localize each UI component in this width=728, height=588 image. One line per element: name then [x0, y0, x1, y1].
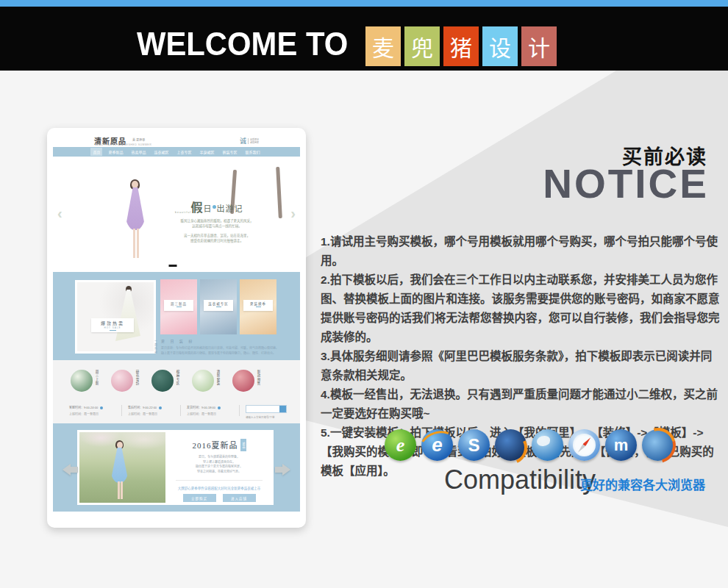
brand-block-2: 兜	[404, 26, 440, 66]
carousel-dot	[179, 265, 185, 267]
tpl-nav-item: 夏季新品	[106, 148, 125, 156]
category-image	[71, 370, 93, 392]
tpl-seal-lines: 品质保证 诚信商家	[248, 138, 259, 144]
flower-dot-icon	[213, 205, 216, 209]
brand-block-5: 计	[521, 26, 557, 66]
label-text: 周三新品	[164, 301, 193, 306]
template-preview: 清新原品 美·夏原单 BEAUTIFUL IN REFRESHED SUMMER…	[53, 134, 300, 522]
tpl-nav-item: 连衣裙区	[151, 148, 171, 156]
hero-title-char: 日	[204, 202, 212, 214]
shop-button: 进入店铺	[223, 494, 256, 502]
tpl-logo-sub: 美·夏原单	[132, 137, 145, 142]
notice-title-en: NOTICE	[543, 160, 709, 207]
main-product-label: 爆款热卖 HOT SALE	[91, 318, 134, 332]
notice-item: 4.模板一经售出，无法退换。只有遇到严重质量问题才能通过小二维权，买之前一定要选…	[321, 385, 722, 423]
main-product-photo	[77, 282, 154, 351]
seal-line: 诚信商家	[250, 141, 259, 144]
internet-explorer-icon: e	[421, 429, 453, 461]
clock-icon	[159, 406, 162, 409]
showcase-line: 穿衣之间相遇，带着无限好气息。	[170, 470, 268, 475]
brand-block-3: 猪	[443, 26, 479, 66]
tpl-footer	[53, 512, 300, 522]
tpl-hero-en: beautiful	[175, 211, 191, 214]
divider	[239, 405, 240, 416]
hero-title-chars: 出游记	[217, 202, 243, 214]
showcase-body: 2016夏新品 新品 夏日，专为清新甜美的你预备， 穿上裙上邂逅清爽自在， 踏出…	[170, 439, 268, 502]
tpl-nav-item: 裤装专区	[221, 148, 240, 156]
showcase-copy: 夏日，专为清新甜美的你预备， 穿上裙上邂逅清爽自在， 踏出属于这个夏天专属的独家…	[170, 455, 268, 474]
tpl-hero-slide: 假 日 出游记 beautiful 暖风让身心邂逅热烈的暖阳，相遇了夏天的风采，…	[53, 157, 300, 272]
info-line: 上班时间：周一至周日	[69, 412, 115, 416]
clock-icon	[218, 406, 221, 409]
carousel-dots	[162, 265, 192, 267]
info-line: 售后时间：9:00-22:00	[128, 406, 157, 409]
label-text: 爆款热卖	[91, 320, 134, 326]
notice-item: 1.请试用主号购买模板，哪个号用模板就用哪个号购买，哪个号拍只能哪个号使用。	[321, 232, 722, 270]
tpl-seal: 诚 品质保证 诚信商家	[240, 136, 259, 146]
maxthon-icon: m	[605, 429, 637, 461]
model-blue-dress	[110, 441, 129, 500]
category-label: 棉麻专区	[175, 370, 179, 386]
notice-item: 3.具体服务细则请参照《阿里巴巴模板服务条款》，拍下模板即表示已阅读并同意条款相…	[321, 347, 722, 385]
brand-block-1: 麦	[365, 26, 401, 66]
tpl-nav-item: 上衣专区	[175, 148, 194, 156]
carousel-dot	[187, 265, 192, 267]
new-badge: 新品	[240, 439, 246, 451]
tpl-showcase-card: 2016夏新品 新品 夏日，专为清新甜美的你预备， 穿上裙上邂逅清爽自在， 踏出…	[77, 430, 274, 505]
model-purple-dress	[125, 180, 147, 267]
category-item: 棉麻专区	[151, 370, 179, 392]
tpl-products-section: 爆款热卖 HOT SALE 周三新品 连衣裙专区	[53, 272, 300, 360]
category-label: 清新套装	[215, 370, 220, 386]
search-input	[246, 406, 279, 412]
label-subtext: HOT SALE	[91, 326, 134, 329]
info-line: 上班时间：周一至周日	[128, 412, 174, 416]
showcase-photo	[79, 432, 165, 503]
brand-blocks: 麦 兜 猪 设 计	[365, 26, 557, 66]
tpl-categories-section: 周三上新 碎花雪纺 棉麻专区 清新套装	[53, 360, 300, 423]
tpl-nav-item: 半身裙区	[198, 148, 217, 156]
tpl-search: 请输入上方宝贝编号/下单	[246, 405, 287, 419]
tpl-side-label: 一周热卖	[153, 340, 157, 354]
tpl-nav-item: 联系我们	[243, 148, 263, 156]
category-circles: 周三上新 碎花雪纺 棉麻专区 清新套装	[71, 370, 260, 392]
top-accent-bar	[0, 0, 728, 7]
carousel-dot-active	[169, 265, 177, 267]
desc-line: 夏日装扮：专为你打造不同风格的假日出行装扮，可盐可甜、可暖，帅气百搭随心情切换。	[161, 345, 296, 351]
tpl-hero-copy: 暖风让身心邂逅热烈的暖阳，相遇了夏天的风采， 远离城市喧嚣与两点一线的忙碌。 这…	[169, 218, 265, 243]
browser-icons-row: e e S m	[385, 429, 674, 461]
360-browser-icon: e	[385, 429, 416, 461]
search-button	[279, 406, 286, 412]
category-item: 碎花雪纺	[111, 370, 139, 392]
category-image	[192, 370, 214, 392]
category-image	[151, 370, 174, 392]
carousel-next-icon: ›	[290, 205, 296, 222]
safari-icon	[568, 429, 600, 461]
tpl-showcase-section: 2016夏新品 新品 夏日，专为清新甜美的你预备， 穿上裙上邂逅清爽自在， 踏出…	[53, 423, 300, 512]
template-preview-card[interactable]: 清新原品 美·夏原单 BEAUTIFUL IN REFRESHED SUMMER…	[47, 128, 306, 528]
tpl-header: 清新原品 美·夏原单 BEAUTIFUL IN REFRESHED SUMMER…	[53, 134, 300, 147]
category-image	[232, 370, 254, 392]
sogou-browser-icon: S	[458, 429, 490, 461]
category-item: 周三上新	[71, 370, 99, 392]
tpl-nav-item: 首页	[90, 148, 102, 156]
desc-line: 踏上属于夏日独有风情的旅行街拍，展现专属于你的独特魅力，随心、随性、打扮出众。	[161, 351, 296, 356]
info-line: 上班时间：周一至周日	[187, 412, 233, 416]
tpl-main-product-card: 爆款热卖 HOT SALE	[75, 280, 156, 354]
brand-block-4: 设	[482, 26, 518, 66]
category-label: 周三上新	[94, 370, 99, 386]
showcase-prev-arrow-icon	[57, 464, 78, 476]
notice-item: 2.拍下模板以后，我们会在三个工作日以内主动联系您，并安排美工人员为您作图、替换…	[321, 270, 722, 347]
divider	[121, 405, 122, 416]
hero-copy-line: 暖风让身心邂逅热烈的暖阳，相遇了夏天的风采，	[169, 218, 265, 223]
header-banner: WELCOME TO 麦 兜 猪 设 计	[0, 7, 728, 71]
divider	[180, 405, 181, 416]
category-label: 新款预售	[256, 370, 260, 386]
clock-icon	[100, 406, 103, 409]
hero-copy-line: 远离城市喧嚣与两点一线的忙碌。	[169, 223, 265, 229]
showcase-link: 大牌舒心夏季单件穿搭搭配大好时光全新夏季连衣裙上市	[170, 486, 268, 490]
compatibility-subtitle: 更好的兼容各大浏览器	[580, 475, 705, 493]
tencent-browser-icon	[495, 429, 527, 461]
category-item: 新款预售	[232, 370, 260, 392]
theworld-browser-icon	[532, 429, 563, 461]
tree-trunk	[276, 167, 282, 218]
